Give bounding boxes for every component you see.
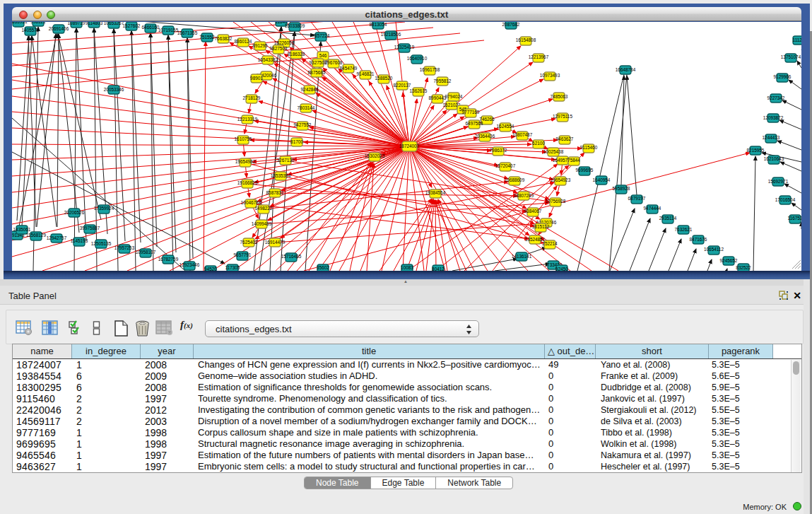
svg-text:15720407: 15720407: [495, 163, 516, 168]
svg-text:7663822: 7663822: [215, 36, 233, 41]
svg-text:7485063: 7485063: [551, 94, 568, 99]
svg-text:2718129: 2718129: [243, 95, 261, 100]
svg-text:19384554: 19384554: [425, 190, 446, 195]
svg-text:7955812: 7955812: [434, 78, 452, 83]
svg-text:117305: 117305: [225, 265, 240, 270]
svg-text:9427552: 9427552: [294, 122, 312, 127]
svg-text:9146821: 9146821: [357, 71, 375, 76]
svg-text:2967608: 2967608: [325, 60, 343, 65]
svg-text:8471676: 8471676: [690, 237, 707, 242]
svg-text:16154808: 16154808: [516, 37, 536, 42]
svg-text:8215955: 8215955: [747, 148, 765, 153]
svg-text:6466160: 6466160: [142, 25, 160, 30]
svg-text:1527602: 1527602: [123, 23, 141, 28]
svg-text:19654982: 19654982: [235, 159, 256, 164]
svg-text:18226058: 18226058: [274, 40, 295, 45]
svg-text:7632621: 7632621: [675, 227, 693, 232]
svg-text:10688609: 10688609: [505, 177, 525, 182]
svg-text:998121: 998121: [30, 22, 46, 24]
svg-text:8186328: 8186328: [288, 52, 305, 57]
svg-text:1588520: 1588520: [375, 76, 393, 81]
svg-text:7986372: 7986372: [490, 148, 507, 153]
svg-text:2935114: 2935114: [659, 216, 677, 221]
svg-text:751552: 751552: [199, 35, 215, 40]
svg-text:20053346: 20053346: [104, 87, 124, 92]
svg-text:18724007: 18724007: [399, 144, 420, 148]
svg-text:14099489: 14099489: [252, 221, 272, 226]
svg-text:9242848: 9242848: [301, 87, 319, 92]
svg-text:62100: 62100: [532, 141, 545, 146]
svg-text:1855931: 1855931: [12, 22, 28, 24]
svg-text:16640910: 16640910: [407, 56, 428, 61]
svg-text:19166825: 19166825: [237, 180, 258, 185]
svg-text:18807249: 18807249: [514, 193, 534, 198]
svg-text:9245652: 9245652: [720, 258, 738, 263]
svg-text:13535394: 13535394: [271, 173, 291, 178]
svg-text:12505135: 12505135: [91, 241, 112, 246]
svg-text:17957253: 17957253: [114, 245, 135, 250]
svg-text:92450: 92450: [555, 267, 568, 271]
svg-text:9384067: 9384067: [524, 209, 542, 214]
svg-text:15692971: 15692971: [768, 179, 789, 184]
svg-text:10025438: 10025438: [543, 149, 564, 154]
svg-text:12093872: 12093872: [763, 115, 784, 120]
svg-text:9777169: 9777169: [462, 110, 480, 115]
svg-text:16914479: 16914479: [265, 240, 286, 245]
svg-text:9474444: 9474444: [644, 206, 661, 211]
svg-text:75844: 75844: [567, 158, 580, 163]
svg-text:12975115: 12975115: [553, 114, 572, 119]
svg-text:10719155: 10719155: [158, 28, 179, 33]
svg-text:10958107: 10958107: [136, 250, 156, 255]
svg-text:8220137: 8220137: [394, 83, 411, 88]
svg-text:1610755: 1610755: [235, 136, 252, 141]
svg-text:16210643: 16210643: [764, 156, 784, 161]
svg-text:13325419: 13325419: [394, 45, 415, 49]
svg-text:891295: 891295: [252, 43, 268, 48]
svg-text:1498222: 1498222: [255, 206, 273, 211]
svg-text:8587831: 8587831: [266, 190, 284, 195]
svg-text:832522: 832522: [736, 265, 751, 270]
svg-text:81700: 81700: [290, 139, 303, 144]
svg-text:9699695: 9699695: [576, 168, 594, 173]
svg-text:19218506: 19218506: [381, 32, 401, 37]
svg-text:8813054: 8813054: [370, 22, 387, 27]
svg-text:15302023: 15302023: [365, 153, 385, 158]
svg-text:16961758: 16961758: [420, 67, 440, 72]
svg-text:3267130: 3267130: [277, 158, 295, 163]
svg-text:116753: 116753: [788, 216, 801, 221]
svg-text:11568129: 11568129: [26, 233, 46, 238]
svg-text:12942757: 12942757: [47, 235, 67, 240]
svg-text:8454749: 8454749: [340, 66, 358, 71]
svg-text:14136141: 14136141: [512, 254, 532, 259]
svg-text:10083: 10083: [401, 265, 413, 270]
svg-text:12213319: 12213319: [237, 117, 258, 122]
svg-text:12923446: 12923446: [180, 262, 200, 267]
svg-text:39975887: 39975887: [80, 226, 100, 230]
svg-text:10807487: 10807487: [512, 132, 533, 137]
svg-text:20364436: 20364436: [475, 134, 495, 139]
svg-text:15716485: 15716485: [281, 254, 302, 259]
svg-text:7857224: 7857224: [312, 33, 330, 38]
svg-text:1435061: 1435061: [13, 227, 31, 232]
svg-text:35602: 35602: [317, 265, 329, 270]
svg-text:1244413: 1244413: [763, 135, 780, 140]
svg-text:19654923: 19654923: [551, 177, 571, 182]
svg-text:16033809: 16033809: [285, 23, 305, 28]
svg-text:546: 546: [319, 53, 327, 58]
svg-text:11123: 11123: [793, 37, 801, 42]
svg-text:6497568: 6497568: [466, 121, 483, 126]
svg-text:7803144: 7803144: [298, 105, 315, 110]
svg-text:12213967: 12213967: [529, 54, 549, 59]
svg-text:9657791: 9657791: [234, 252, 252, 257]
svg-text:80412: 80412: [432, 267, 445, 271]
svg-text:98901: 98901: [250, 76, 263, 81]
svg-text:10046788: 10046788: [241, 200, 261, 205]
svg-text:9227342: 9227342: [767, 95, 785, 100]
svg-text:5958928: 5958928: [613, 186, 630, 191]
svg-text:20691406: 20691406: [49, 26, 69, 31]
svg-text:16543382: 16543382: [258, 57, 278, 62]
svg-text:9794024: 9794024: [445, 94, 463, 99]
svg-text:16782759: 16782759: [158, 257, 179, 262]
svg-text:8875685: 8875685: [308, 70, 326, 75]
svg-text:8860124: 8860124: [235, 39, 252, 44]
